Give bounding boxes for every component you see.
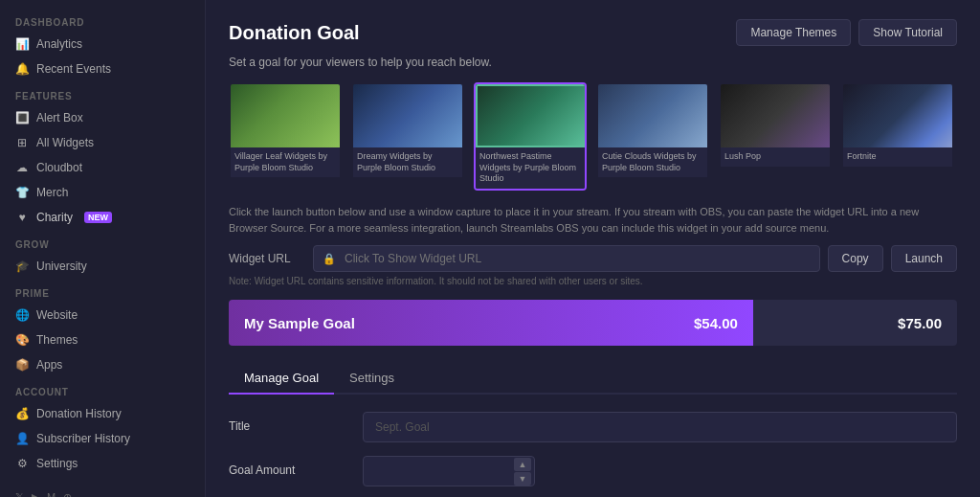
sidebar-section-features: Features (0, 81, 205, 105)
twitter-icon[interactable]: 𝕏 (15, 491, 24, 497)
discord-icon[interactable]: ⊕ (63, 491, 72, 497)
sidebar: Dashboard 📊 Analytics 🔔 Recent Events Fe… (0, 0, 206, 497)
page-title: Donation Goal (229, 22, 360, 44)
sidebar-item-label: Apps (36, 358, 62, 372)
widget-url-input[interactable] (313, 245, 820, 272)
sidebar-item-alert-box[interactable]: 🔳 Alert Box (0, 105, 205, 130)
goal-amount-down-arrow[interactable]: ▼ (514, 472, 531, 486)
subscriber-icon: 👤 (15, 432, 29, 445)
launch-description: Click the launch button below and use a … (229, 204, 957, 236)
charity-badge: New (84, 212, 112, 223)
sidebar-item-label: Analytics (36, 37, 82, 51)
sidebar-item-apps[interactable]: 📦 Apps (0, 352, 205, 377)
sidebar-item-label: Themes (36, 333, 78, 347)
theme-label-lush: Lush Pop (721, 147, 830, 167)
sidebar-item-website[interactable]: 🌐 Website (0, 303, 205, 328)
tab-manage-goal[interactable]: Manage Goal (229, 363, 334, 395)
sidebar-item-all-widgets[interactable]: ⊞ All Widgets (0, 130, 205, 155)
theme-thumbnail-fortnite (843, 84, 954, 147)
sidebar-item-analytics[interactable]: 📊 Analytics (0, 32, 205, 56)
sidebar-item-label: Recent Events (36, 62, 111, 76)
show-tutorial-button[interactable]: Show Tutorial (858, 19, 957, 46)
title-input[interactable] (363, 412, 957, 442)
theme-carousel: Villager Leaf Widgets by Purple Bloom St… (229, 82, 957, 191)
settings-icon: ⚙ (15, 457, 29, 470)
manage-tabs: Manage Goal Settings (229, 363, 957, 395)
goal-amount-input[interactable]: 100 (363, 456, 535, 486)
theme-thumbnail-dreamy (353, 84, 464, 147)
tab-settings[interactable]: Settings (334, 363, 410, 395)
sidebar-item-label: Charity (36, 211, 73, 224)
sidebar-item-label: Cloudbot (36, 161, 82, 174)
sidebar-item-label: Merch (36, 186, 68, 199)
goal-total: $75.00 (898, 315, 942, 331)
lock-icon: 🔒 (323, 253, 336, 265)
main-content: Donation Goal Manage Themes Show Tutoria… (206, 0, 980, 497)
sidebar-item-label: Settings (36, 457, 78, 470)
widget-url-note: Note: Widget URL contains sensitive info… (229, 276, 957, 286)
widget-url-label: Widget URL (229, 252, 305, 265)
sidebar-item-recent-events[interactable]: 🔔 Recent Events (0, 56, 205, 81)
university-icon: 🎓 (15, 260, 29, 273)
sidebar-item-label: University (36, 260, 87, 273)
goal-preview-bar: My Sample Goal $54.00 $75.00 (229, 300, 957, 346)
apps-icon: 📦 (15, 358, 29, 372)
goal-amount-up-arrow[interactable]: ▲ (514, 458, 531, 471)
theme-thumbnail-villager (231, 84, 342, 147)
theme-card-lush-pop[interactable]: Lush Pop (719, 82, 832, 191)
theme-thumbnail-lush (721, 84, 832, 147)
sidebar-item-subscriber-history[interactable]: 👤 Subscriber History (0, 426, 205, 451)
form-title-row: Title (229, 412, 957, 442)
sidebar-section-grow: Grow (0, 230, 205, 254)
theme-label-northwest: Northwest Pastime Widgets by Purple Bloo… (476, 147, 585, 189)
widget-url-input-wrap: 🔒 (313, 245, 820, 272)
website-icon: 🌐 (15, 308, 29, 322)
youtube-icon[interactable]: ▶ (32, 491, 39, 497)
sidebar-section-account: Account (0, 377, 205, 401)
page-header: Donation Goal Manage Themes Show Tutoria… (229, 19, 957, 46)
theme-card-fortnite[interactable]: Fortnite (841, 82, 954, 191)
header-buttons: Manage Themes Show Tutorial (736, 19, 957, 46)
theme-card-dreamy[interactable]: Dreamy Widgets by Purple Bloom Studio (351, 82, 464, 191)
chart-icon: 📊 (15, 37, 29, 51)
theme-card-villager-leaf[interactable]: Villager Leaf Widgets by Purple Bloom St… (229, 82, 342, 191)
events-icon: 🔔 (15, 62, 29, 76)
goal-bar-filled: My Sample Goal $54.00 (229, 300, 753, 346)
sidebar-item-themes[interactable]: 🎨 Themes (0, 328, 205, 352)
sidebar-item-charity[interactable]: ♥ Charity New (0, 205, 205, 230)
medium-icon[interactable]: M (47, 491, 56, 497)
goal-amount-label: Goal Amount (229, 456, 344, 477)
charity-icon: ♥ (15, 211, 29, 224)
donation-icon: 💰 (15, 407, 29, 420)
copy-button[interactable]: Copy (828, 245, 883, 272)
social-links: 𝕏 ▶ M ⊕ (0, 484, 205, 497)
theme-label-villager: Villager Leaf Widgets by Purple Bloom St… (231, 147, 340, 177)
sidebar-item-university[interactable]: 🎓 University (0, 254, 205, 279)
sidebar-item-label: Subscriber History (36, 432, 130, 445)
manage-themes-button[interactable]: Manage Themes (736, 19, 851, 46)
sidebar-section-prime: Prime (0, 279, 205, 303)
theme-thumbnail-cutie (598, 84, 709, 147)
sidebar-item-label: Donation History (36, 407, 122, 420)
page-description: Set a goal for your viewers to help you … (229, 56, 957, 69)
sidebar-item-cloudbot[interactable]: ☁ Cloudbot (0, 155, 205, 180)
goal-amount-input-wrap: 100 ▲ ▼ (363, 456, 535, 486)
title-label: Title (229, 412, 344, 433)
goal-amount-arrows: ▲ ▼ (514, 456, 531, 486)
themes-icon: 🎨 (15, 333, 29, 347)
theme-card-cutie-clouds[interactable]: Cutie Clouds Widgets by Purple Bloom Stu… (596, 82, 709, 191)
alert-icon: 🔳 (15, 111, 29, 124)
title-input-wrap (363, 412, 957, 442)
widget-url-row: Widget URL 🔒 Copy Launch (229, 245, 957, 272)
theme-card-northwest[interactable]: Northwest Pastime Widgets by Purple Bloo… (474, 82, 587, 191)
sidebar-item-merch[interactable]: 👕 Merch (0, 180, 205, 205)
theme-label-dreamy: Dreamy Widgets by Purple Bloom Studio (353, 147, 462, 177)
sidebar-item-donation-history[interactable]: 💰 Donation History (0, 401, 205, 426)
theme-thumbnail-northwest (476, 84, 587, 147)
sidebar-item-settings[interactable]: ⚙ Settings (0, 451, 205, 476)
sidebar-section-dashboard: Dashboard (0, 8, 205, 32)
widgets-icon: ⊞ (15, 136, 29, 149)
goal-current: $54.00 (694, 315, 738, 331)
theme-label-fortnite: Fortnite (843, 147, 952, 167)
launch-button[interactable]: Launch (891, 245, 957, 272)
